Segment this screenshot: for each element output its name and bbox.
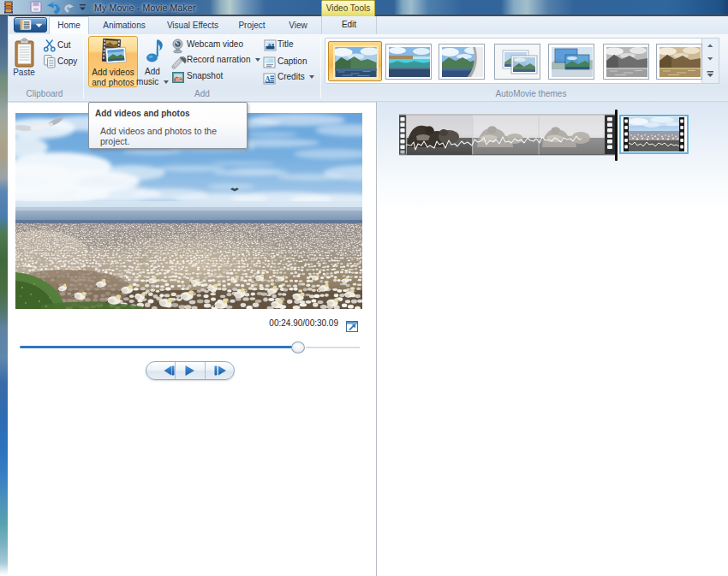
- svg-text:MG: MG: [176, 78, 182, 82]
- svg-text:A: A: [266, 75, 271, 83]
- svg-text:A: A: [267, 42, 272, 49]
